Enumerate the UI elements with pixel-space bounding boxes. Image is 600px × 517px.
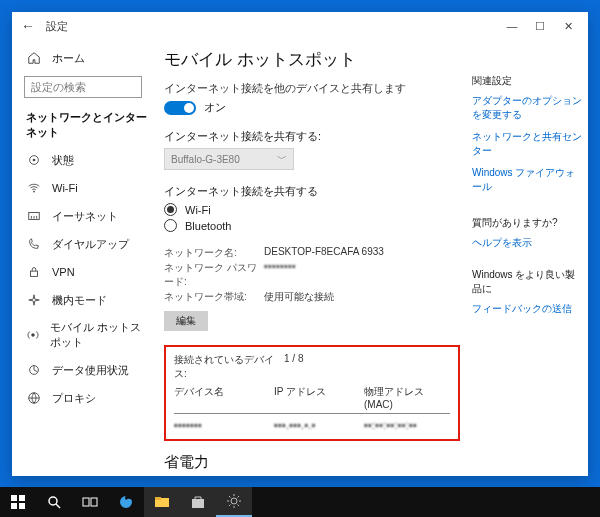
sidebar-item-status[interactable]: 状態: [12, 146, 152, 174]
start-button[interactable]: [0, 487, 36, 517]
data-usage-icon: [26, 362, 42, 378]
edit-button[interactable]: 編集: [164, 311, 208, 331]
link-adapter-options[interactable]: アダプターのオプションを変更する: [472, 94, 582, 122]
radio-wifi[interactable]: Wi-Fi: [164, 203, 468, 216]
sidebar-item-label: VPN: [52, 266, 75, 278]
sidebar-item-label: データ使用状況: [52, 363, 129, 378]
connected-devices-panel: 接続されているデバイス: 1 / 8 デバイス名 IP アドレス 物理アドレス …: [164, 345, 460, 441]
proxy-icon: [26, 390, 42, 406]
main-pane: モバイル ホットスポット インターネット接続を他のデバイスと共有します オン イ…: [152, 40, 588, 476]
help-head: 質問がありますか?: [472, 216, 582, 230]
explorer-icon[interactable]: [144, 487, 180, 517]
col-ip: IP アドレス: [274, 385, 364, 410]
sidebar-item-datausage[interactable]: データ使用状況: [12, 356, 152, 384]
network-password-value: ••••••••: [264, 261, 296, 289]
vpn-icon: [26, 264, 42, 280]
network-password-key: ネットワーク パスワード:: [164, 261, 264, 289]
sidebar-item-label: モバイル ホットスポット: [50, 320, 144, 350]
status-icon: [26, 152, 42, 168]
close-button[interactable]: ✕: [554, 20, 582, 33]
device-mac-value: ••:••:••:••:••: [364, 420, 450, 431]
sidebar-item-ethernet[interactable]: イーサネット: [12, 202, 152, 230]
link-help[interactable]: ヘルプを表示: [472, 236, 582, 250]
task-view-button[interactable]: [72, 487, 108, 517]
sidebar-item-proxy[interactable]: プロキシ: [12, 384, 152, 412]
svg-rect-8: [11, 495, 17, 501]
hotspot-toggle[interactable]: オン: [164, 100, 468, 115]
svg-point-12: [49, 497, 57, 505]
airplane-icon: [26, 292, 42, 308]
svg-point-2: [33, 191, 35, 193]
svg-point-5: [31, 333, 35, 337]
network-band-key: ネットワーク帯域:: [164, 290, 264, 304]
settings-window: ← 設定 ― ☐ ✕ ホーム 🔍 ネットワークとインターネット 状態: [12, 12, 588, 476]
device-ip-value: •••.•••.•.•: [274, 420, 364, 431]
svg-rect-16: [155, 497, 161, 500]
toggle-label: オン: [204, 100, 226, 115]
network-name-value: DESKTOP-F8ECAFA 6933: [264, 246, 384, 260]
sidebar-item-airplane[interactable]: 機内モード: [12, 286, 152, 314]
svg-rect-13: [83, 498, 89, 506]
svg-point-1: [33, 159, 36, 162]
improve-head: Windows をより良い製品に: [472, 268, 582, 296]
page-title: モバイル ホットスポット: [164, 48, 468, 71]
sidebar-item-label: ダイヤルアップ: [52, 237, 129, 252]
store-icon[interactable]: [180, 487, 216, 517]
right-pane: 関連設定 アダプターのオプションを変更する ネットワークと共有センター Wind…: [468, 48, 588, 468]
dialup-icon: [26, 236, 42, 252]
wifi-icon: [26, 180, 42, 196]
share-from-value: Buffalo-G-3E80: [171, 154, 240, 165]
col-device: デバイス名: [174, 385, 274, 410]
share-description: インターネット接続を他のデバイスと共有します: [164, 81, 468, 96]
taskbar: [0, 487, 600, 517]
sidebar-item-label: 状態: [52, 153, 74, 168]
svg-rect-11: [19, 503, 25, 509]
sidebar-item-vpn[interactable]: VPN: [12, 258, 152, 286]
network-name-key: ネットワーク名:: [164, 246, 264, 260]
connected-count-key: 接続されているデバイス:: [174, 353, 284, 381]
sidebar-item-label: Wi-Fi: [52, 182, 78, 194]
search-input[interactable]: [25, 81, 152, 93]
link-firewall[interactable]: Windows ファイアウォール: [472, 166, 582, 194]
network-band-value: 使用可能な接続: [264, 290, 334, 304]
radio-bluetooth[interactable]: Bluetooth: [164, 219, 468, 232]
search-button[interactable]: [36, 487, 72, 517]
ethernet-icon: [26, 208, 42, 224]
related-settings-head: 関連設定: [472, 74, 582, 88]
svg-rect-14: [91, 498, 97, 506]
sidebar: ホーム 🔍 ネットワークとインターネット 状態 Wi-Fi イーサネット: [12, 40, 152, 476]
sidebar-item-wifi[interactable]: Wi-Fi: [12, 174, 152, 202]
radio-wifi-label: Wi-Fi: [185, 204, 211, 216]
device-name-value: •••••••: [174, 420, 274, 431]
svg-rect-10: [11, 503, 17, 509]
back-button[interactable]: ←: [18, 18, 38, 34]
sidebar-item-label: 機内モード: [52, 293, 107, 308]
sidebar-item-dialup[interactable]: ダイヤルアップ: [12, 230, 152, 258]
settings-taskbar-icon[interactable]: [216, 487, 252, 517]
sidebar-item-label: イーサネット: [52, 209, 118, 224]
sidebar-item-hotspot[interactable]: モバイル ホットスポット: [12, 314, 152, 356]
app-title: 設定: [46, 19, 68, 34]
link-network-sharing[interactable]: ネットワークと共有センター: [472, 130, 582, 158]
radio-bt-label: Bluetooth: [185, 220, 231, 232]
edge-icon[interactable]: [108, 487, 144, 517]
connected-count-value: 1 / 8: [284, 353, 303, 381]
minimize-button[interactable]: ―: [498, 20, 526, 32]
svg-rect-9: [19, 495, 25, 501]
radio-dot-icon: [164, 219, 177, 232]
search-box[interactable]: 🔍: [24, 76, 142, 98]
sidebar-home[interactable]: ホーム: [12, 44, 152, 72]
hotspot-icon: [26, 327, 40, 343]
share-from-dropdown[interactable]: Buffalo-G-3E80 ﹀: [164, 148, 294, 170]
radio-dot-icon: [164, 203, 177, 216]
power-saving-title: 省電力: [164, 453, 468, 472]
svg-point-18: [231, 498, 237, 504]
sidebar-category: ネットワークとインターネット: [12, 104, 152, 146]
col-mac: 物理アドレス (MAC): [364, 385, 450, 410]
titlebar: ← 設定 ― ☐ ✕: [12, 12, 588, 40]
share-from-label: インターネット接続を共有する:: [164, 129, 468, 144]
maximize-button[interactable]: ☐: [526, 20, 554, 33]
link-feedback[interactable]: フィードバックの送信: [472, 302, 582, 316]
sidebar-home-label: ホーム: [52, 51, 85, 66]
sidebar-item-label: プロキシ: [52, 391, 96, 406]
